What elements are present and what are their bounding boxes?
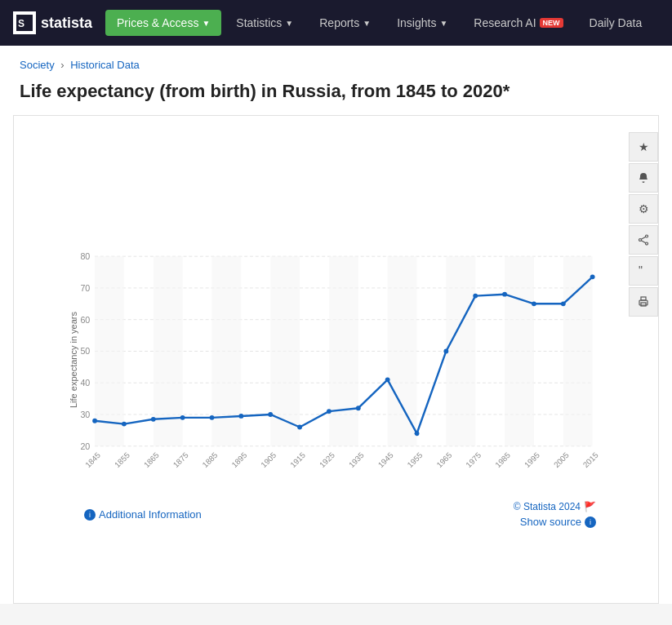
svg-point-39 xyxy=(210,415,215,420)
svg-point-48 xyxy=(473,294,478,299)
statistics-chevron: ▼ xyxy=(285,19,293,28)
y-axis-label: Life expectancy in years xyxy=(69,311,78,407)
line-chart: 80 70 60 50 40 30 20 xyxy=(71,132,609,491)
svg-text:40: 40 xyxy=(80,378,90,388)
reports-button[interactable]: Reports ▼ xyxy=(308,10,382,36)
prices-access-button[interactable]: Prices & Access ▼ xyxy=(105,10,221,36)
svg-point-44 xyxy=(356,406,361,410)
svg-point-2 xyxy=(646,235,648,237)
settings-button[interactable]: ⚙ xyxy=(629,194,658,224)
svg-point-42 xyxy=(297,425,302,430)
share-button[interactable] xyxy=(629,225,658,255)
svg-text:2015: 2015 xyxy=(581,450,600,469)
svg-text:S: S xyxy=(18,18,24,29)
side-actions: ★ ⚙ " xyxy=(629,132,658,317)
svg-point-50 xyxy=(532,301,536,306)
insights-chevron: ▼ xyxy=(439,19,447,28)
prices-access-label: Prices & Access xyxy=(117,16,198,29)
breadcrumb-society[interactable]: Society xyxy=(20,59,55,71)
chart-footer: i Additional Information © Statista 2024… xyxy=(71,494,609,538)
services-button[interactable]: Services ▼ xyxy=(660,10,672,36)
svg-text:2005: 2005 xyxy=(552,450,571,469)
page-container: Society › Historical Data Life expectanc… xyxy=(0,46,672,604)
svg-text:1995: 1995 xyxy=(523,450,541,469)
daily-data-button[interactable]: Daily Data xyxy=(578,10,654,36)
breadcrumb: Society › Historical Data xyxy=(0,46,672,78)
svg-rect-30 xyxy=(329,256,358,446)
svg-point-4 xyxy=(639,239,642,242)
svg-text:1865: 1865 xyxy=(142,450,161,469)
svg-text:1875: 1875 xyxy=(171,450,190,469)
svg-text:": " xyxy=(639,265,643,277)
svg-rect-31 xyxy=(388,256,417,446)
logo-icon: S xyxy=(13,11,36,34)
new-badge: NEW xyxy=(540,18,563,28)
research-ai-button[interactable]: Research AI NEW xyxy=(462,10,574,36)
copyright-text: © Statista 2024 xyxy=(514,501,581,512)
favorite-button[interactable]: ★ xyxy=(629,132,658,162)
page-title: Life expectancy (from birth) in Russia, … xyxy=(0,78,672,115)
notify-button[interactable] xyxy=(629,163,658,193)
svg-point-52 xyxy=(590,274,595,279)
additional-info-button[interactable]: i Additional Information xyxy=(84,508,202,521)
insights-button[interactable]: Insights ▼ xyxy=(385,10,459,36)
info-icon: i xyxy=(84,509,96,521)
breadcrumb-separator: › xyxy=(60,59,67,71)
svg-point-3 xyxy=(646,242,648,245)
svg-point-51 xyxy=(561,301,566,306)
insights-label: Insights xyxy=(397,16,436,29)
svg-text:1975: 1975 xyxy=(464,450,483,469)
svg-rect-9 xyxy=(641,297,646,300)
svg-point-37 xyxy=(151,417,156,422)
footer-right: © Statista 2024 🚩 Show source i xyxy=(514,501,596,528)
svg-text:1845: 1845 xyxy=(83,450,102,469)
reports-chevron: ▼ xyxy=(363,19,371,28)
svg-point-47 xyxy=(443,349,448,354)
svg-text:70: 70 xyxy=(80,283,90,293)
flag-icon: 🚩 xyxy=(584,501,596,512)
logo-text: statista xyxy=(41,15,92,32)
svg-point-38 xyxy=(180,415,185,420)
svg-rect-26 xyxy=(95,256,124,446)
svg-point-36 xyxy=(122,422,127,427)
svg-line-6 xyxy=(641,241,645,243)
svg-point-49 xyxy=(502,292,507,297)
prices-access-chevron: ▼ xyxy=(202,19,210,28)
print-button[interactable] xyxy=(629,287,658,317)
show-source-label: Show source xyxy=(520,516,581,528)
svg-rect-34 xyxy=(563,256,593,446)
statistics-label: Statistics xyxy=(236,16,282,29)
svg-text:50: 50 xyxy=(80,346,90,356)
statistics-button[interactable]: Statistics ▼ xyxy=(225,10,305,36)
svg-point-35 xyxy=(92,419,97,423)
breadcrumb-historical-data[interactable]: Historical Data xyxy=(70,59,140,71)
svg-rect-29 xyxy=(270,256,300,446)
svg-point-45 xyxy=(385,377,390,382)
svg-text:1945: 1945 xyxy=(376,450,395,469)
svg-text:60: 60 xyxy=(80,315,90,325)
daily-data-label: Daily Data xyxy=(590,16,643,29)
svg-text:1955: 1955 xyxy=(406,450,425,469)
logo: S statista xyxy=(13,11,92,34)
show-source-button[interactable]: Show source i xyxy=(520,516,596,528)
header: S statista Prices & Access ▼ Statistics … xyxy=(0,0,672,46)
cite-button[interactable]: " xyxy=(629,256,658,286)
svg-text:80: 80 xyxy=(80,251,90,261)
svg-rect-32 xyxy=(446,256,475,446)
svg-text:1985: 1985 xyxy=(493,450,512,469)
svg-point-41 xyxy=(268,412,273,417)
svg-rect-33 xyxy=(505,256,534,446)
svg-text:1935: 1935 xyxy=(347,450,366,469)
svg-text:1885: 1885 xyxy=(201,450,220,469)
svg-text:30: 30 xyxy=(80,410,90,419)
svg-text:1925: 1925 xyxy=(318,450,336,469)
additional-info-label: Additional Information xyxy=(99,508,202,521)
svg-point-46 xyxy=(415,431,420,436)
copyright: © Statista 2024 🚩 xyxy=(514,501,596,512)
svg-point-40 xyxy=(238,414,243,419)
research-ai-label: Research AI xyxy=(474,16,536,29)
svg-text:1905: 1905 xyxy=(259,450,278,469)
svg-text:1855: 1855 xyxy=(113,450,131,469)
svg-point-43 xyxy=(327,409,332,414)
svg-text:20: 20 xyxy=(80,441,90,451)
